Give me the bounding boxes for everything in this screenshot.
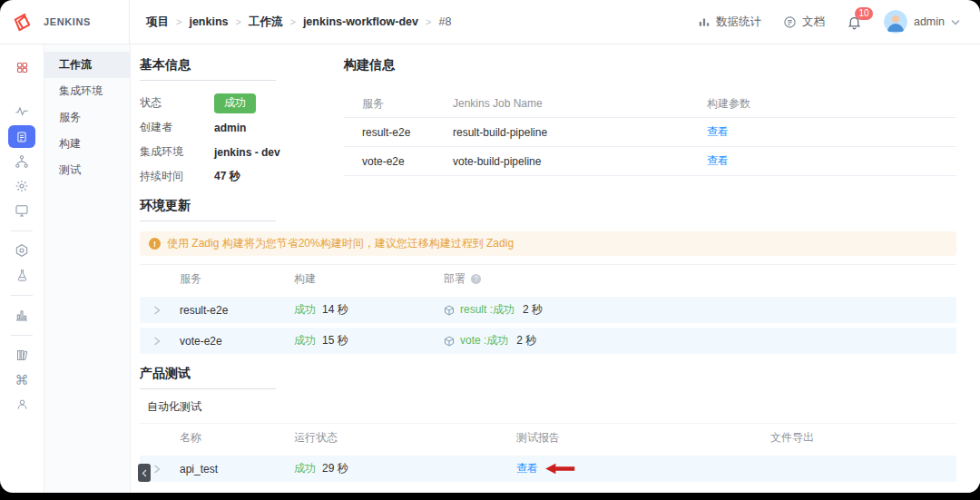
field-status: 状态 成功 (140, 91, 344, 115)
view-build-params-link[interactable]: 查看 (707, 153, 956, 169)
annotation-arrow-icon (544, 463, 575, 475)
service-name: vote-e2e (362, 155, 453, 168)
view-build-params-link[interactable]: 查看 (707, 124, 956, 140)
breadcrumb-item[interactable]: 项目 (146, 15, 169, 30)
notifications-button[interactable]: 10 (847, 15, 862, 30)
build-info-section: 构建信息 服务 Jenkins Job Name 构建参数 result-e2e… (344, 57, 956, 189)
container-icon (444, 336, 455, 347)
rail-item-projects[interactable] (8, 125, 35, 148)
sidebar-item-tests[interactable]: 测试 (44, 157, 130, 183)
field-duration: 持续时间 47 秒 (140, 164, 344, 189)
jenkins-job-name: result-build-pipeline (453, 126, 707, 139)
section-title-build-info: 构建信息 (344, 57, 480, 80)
docs-icon (783, 15, 797, 29)
build-table-header: 服务 Jenkins Job Name 构建参数 (344, 90, 956, 118)
notification-badge: 10 (855, 7, 873, 20)
table-row[interactable]: result-e2e 成功 14 秒 result :成功 2 秒 (140, 297, 956, 323)
column-header: 服务 (362, 96, 453, 112)
dashboard-icon (15, 61, 29, 74)
field-label: 创建者 (140, 120, 192, 135)
sidebar-item-label: 测试 (59, 162, 81, 178)
rail-divider (11, 230, 33, 231)
build-status: 成功 (294, 302, 316, 318)
service-name: result-e2e (362, 126, 453, 139)
deploy-time: 2 秒 (523, 302, 543, 318)
rail-item-integrations[interactable] (8, 174, 35, 198)
column-header: 运行状态 (294, 430, 516, 446)
deploy-status: vote :成功 (460, 333, 508, 348)
env-table-header: 服务 构建 部署 ? (140, 264, 956, 292)
screen-icon (15, 203, 29, 218)
profile-icon (15, 397, 29, 411)
test-time: 29 秒 (322, 461, 348, 476)
chevron-left-icon (142, 469, 147, 477)
rail-item-kubernetes[interactable] (8, 239, 35, 262)
breadcrumb: 项目 > jenkins > 工作流 > jenkins-workflow-de… (129, 0, 698, 44)
field-environment: 集成环境 jenkins - dev (140, 140, 344, 164)
pipelines-icon (15, 154, 29, 169)
sidebar-item-builds[interactable]: 构建 (44, 131, 130, 157)
sidebar-item-environments[interactable]: 集成环境 (44, 78, 130, 104)
sidebar-item-workflows[interactable]: 工作流 (44, 52, 130, 78)
help-icon[interactable]: ? (470, 273, 482, 285)
sidebar-collapse-handle[interactable] (138, 464, 151, 482)
field-value: jenkins - dev (214, 146, 280, 159)
docs-label: 文档 (802, 15, 825, 30)
rail-divider (11, 295, 33, 296)
breadcrumb-item-current: #8 (438, 15, 451, 28)
automated-test-subtitle: 自动化测试 (147, 399, 956, 415)
column-header: 构建参数 (707, 96, 956, 112)
field-label: 集成环境 (140, 144, 192, 160)
container-icon (444, 305, 455, 316)
rail-item-profile[interactable] (8, 392, 35, 416)
breadcrumb-item[interactable]: jenkins-workflow-dev (303, 15, 418, 28)
icon-rail: ⌘ (0, 44, 44, 493)
expand-row-button[interactable] (140, 306, 180, 315)
field-value: admin (214, 122, 246, 134)
deploy-time: 2 秒 (516, 333, 536, 348)
breadcrumb-separator: > (289, 16, 295, 27)
column-header: 构建 (294, 271, 444, 287)
column-header: 部署 (444, 271, 466, 287)
view-test-report-link[interactable]: 查看 (516, 461, 538, 476)
rail-item-activity[interactable] (8, 100, 35, 123)
chevron-down-icon (951, 19, 960, 25)
table-row[interactable]: vote-e2e 成功 15 秒 vote :成功 2 秒 (140, 328, 956, 354)
stats-button[interactable]: 数据统计 (698, 15, 761, 30)
rail-item-statistics[interactable] (8, 303, 35, 327)
breadcrumb-item[interactable]: jenkins (189, 15, 228, 28)
sidebar-item-services[interactable]: 服务 (44, 104, 130, 131)
rail-item-command[interactable]: ⌘ (8, 368, 35, 391)
user-menu[interactable]: admin (884, 10, 960, 34)
integrations-icon (15, 179, 29, 193)
sidebar-item-label: 集成环境 (59, 83, 103, 99)
sidebar-item-label: 服务 (59, 110, 81, 125)
breadcrumb-item[interactable]: 工作流 (249, 15, 283, 30)
header-actions: 数据统计 文档 10 (698, 10, 980, 34)
test-table-header: 名称 运行状态 测试报告 文件导出 (140, 423, 956, 451)
table-row[interactable]: api_test 成功 29 秒 查看 (140, 456, 956, 482)
kubernetes-icon (15, 243, 29, 258)
chevron-right-icon (153, 337, 161, 346)
library-icon (15, 348, 29, 362)
avatar (884, 10, 907, 34)
brand-label: JENKINS (44, 16, 129, 27)
test-name: api_test (180, 463, 294, 475)
expand-row-button[interactable] (140, 337, 180, 346)
zadig-logo[interactable] (0, 12, 44, 33)
avatar-icon (884, 10, 907, 34)
status-badge: 成功 (214, 93, 256, 113)
rail-item-screen[interactable] (8, 199, 35, 222)
docs-button[interactable]: 文档 (783, 15, 825, 30)
column-header: 名称 (180, 430, 294, 446)
service-name: result-e2e (180, 304, 294, 317)
statistics-icon (15, 308, 29, 322)
username: admin (914, 15, 945, 28)
basic-info-section: 基本信息 状态 成功 创建者 admin 集成环境 jenkins - dev (140, 57, 344, 189)
zadig-logo-icon (12, 12, 33, 33)
main-content: 基本信息 状态 成功 创建者 admin 集成环境 jenkins - dev (131, 44, 980, 493)
rail-item-lab[interactable] (8, 263, 35, 287)
rail-item-library[interactable] (8, 343, 35, 367)
rail-item-dashboard[interactable] (8, 55, 35, 79)
rail-item-pipelines[interactable] (8, 150, 35, 173)
